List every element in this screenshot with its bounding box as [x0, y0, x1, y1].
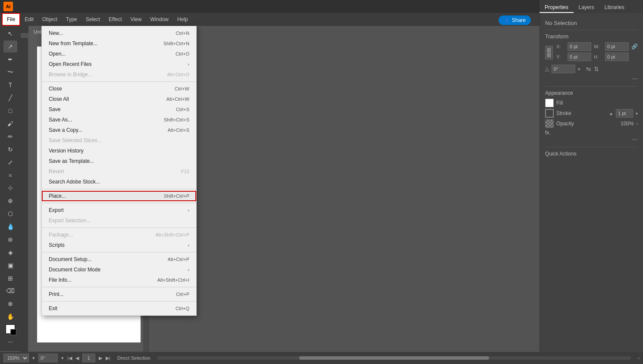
menu-document-color-mode[interactable]: Document Color Mode ›	[42, 264, 196, 275]
angle-input[interactable]	[552, 65, 575, 73]
menu-group-print: Print... Ctrl+P	[42, 287, 196, 302]
artboard-tool[interactable]: ▣	[3, 259, 17, 271]
stroke-dropdown[interactable]: ▾	[636, 111, 638, 116]
more-tools[interactable]: ···	[3, 336, 17, 348]
free-transform-tool[interactable]: ⊹	[3, 182, 17, 194]
menu-scripts[interactable]: Scripts ›	[42, 240, 196, 250]
menu-open-recent-arrow: ›	[188, 62, 189, 67]
menu-edit[interactable]: Edit	[20, 13, 38, 26]
direct-selection-tool[interactable]: ↗	[3, 40, 17, 53]
transform-more[interactable]: ···	[545, 75, 638, 83]
menu-save[interactable]: Save Ctrl+S	[42, 104, 196, 115]
flip-v-icon[interactable]: ⇅	[594, 65, 599, 72]
h-input[interactable]	[605, 53, 629, 61]
scale-tool[interactable]: ⤢	[3, 156, 17, 168]
menu-close[interactable]: Close Ctrl+W	[42, 84, 196, 94]
flip-h-icon[interactable]: ⇆	[586, 65, 591, 72]
menu-select[interactable]: Select	[82, 13, 104, 26]
zoom-dropdown-icon[interactable]: ▾	[32, 355, 35, 361]
rotate-tool[interactable]: ↻	[3, 143, 17, 156]
selection-tool[interactable]: ↖	[3, 28, 17, 40]
zoom-select[interactable]: 150% 100% 200%	[3, 354, 29, 362]
angle-dropdown-icon[interactable]: ▾	[61, 355, 64, 361]
fill-color-box[interactable]	[545, 99, 554, 107]
stroke-color-box[interactable]	[545, 109, 554, 118]
angle-dropdown[interactable]: ▾	[578, 67, 580, 72]
ruler-vertical	[21, 38, 28, 352]
w-input[interactable]	[605, 42, 629, 51]
page-input[interactable]	[82, 354, 95, 362]
line-tool[interactable]: ╱	[3, 92, 17, 104]
tab-libraries[interactable]: Libraries	[599, 3, 630, 13]
warp-tool[interactable]: ≈	[3, 169, 17, 181]
menu-file[interactable]: File	[2, 13, 20, 26]
scroll-thumb-horizontal[interactable]	[299, 356, 489, 360]
menu-save-as-template[interactable]: Save as Template...	[42, 156, 196, 166]
zoom-tool[interactable]: ⊕	[3, 298, 17, 310]
menu-save-as[interactable]: Save As... Shift+Ctrl+S	[42, 115, 196, 125]
menu-view[interactable]: View	[126, 13, 146, 26]
slice-tool[interactable]: ⊞	[3, 272, 17, 284]
eraser-tool[interactable]: ⌫	[3, 285, 17, 297]
paintbrush-tool[interactable]: 🖌	[3, 118, 17, 130]
menu-save-as-shortcut: Shift+Ctrl+S	[164, 117, 189, 122]
menu-new-from-template[interactable]: New from Template... Shift+Ctrl+N	[42, 38, 196, 49]
curvature-tool[interactable]: 〜	[3, 66, 17, 78]
share-button[interactable]: 👤 Share	[499, 16, 531, 25]
perspective-grid-tool[interactable]: ⬡	[3, 208, 17, 220]
menu-file-info[interactable]: File Info... Alt+Shift+Ctrl+I	[42, 275, 196, 285]
menu-print-label: Print...	[49, 291, 64, 297]
rectangle-tool[interactable]: □	[3, 105, 17, 117]
blend-tool[interactable]: ⊛	[3, 233, 17, 246]
hand-tool[interactable]: ✋	[3, 311, 17, 323]
tab-layers[interactable]: Layers	[574, 3, 599, 13]
menu-object[interactable]: Object	[38, 13, 62, 26]
tab-properties[interactable]: Properties	[539, 3, 574, 13]
scroll-right-icon[interactable]: ›	[638, 355, 640, 361]
fx-label: fx.	[545, 130, 551, 136]
scroll-bar-horizontal[interactable]	[157, 356, 631, 360]
next-frame-icon[interactable]: ▶	[99, 355, 102, 361]
symbol-tool[interactable]: ◈	[3, 246, 17, 258]
menu-export-label: Export	[49, 207, 64, 213]
shape-builder-tool[interactable]: ⊕	[3, 195, 17, 207]
menu-place[interactable]: Place... Shift+Ctrl+P	[42, 191, 196, 201]
menu-group-place: Place... Shift+Ctrl+P	[42, 189, 196, 203]
y-input[interactable]	[568, 53, 591, 61]
menu-window[interactable]: Window	[146, 13, 173, 26]
transform-xy-row: X: W: 🔗	[556, 42, 638, 51]
menu-open[interactable]: Open... Ctrl+O	[42, 49, 196, 59]
stroke-up-icon[interactable]: ▲	[609, 111, 613, 116]
opacity-arrow[interactable]: ›	[637, 121, 638, 126]
menu-exit[interactable]: Exit Ctrl+Q	[42, 303, 196, 314]
menu-save-selected-slices: Save Selected Slices...	[42, 135, 196, 146]
properties-panel: No Selection Transform X: W: 🔗 Y: H: △	[539, 13, 643, 364]
fill-stroke-indicator	[6, 324, 15, 335]
menu-document-setup[interactable]: Document Setup... Alt+Ctrl+P	[42, 254, 196, 264]
menu-search-stock[interactable]: Search Adobe Stock...	[42, 177, 196, 187]
angle-input-status[interactable]	[38, 354, 58, 362]
menu-open-recent[interactable]: Open Recent Files ›	[42, 59, 196, 69]
menu-new[interactable]: New... Ctrl+N	[42, 28, 196, 38]
stroke-width-input[interactable]	[616, 109, 633, 118]
pencil-tool[interactable]: ✏	[3, 131, 17, 143]
appearance-more[interactable]: ···	[545, 136, 638, 143]
menu-version-history[interactable]: Version History	[42, 146, 196, 156]
menu-help[interactable]: Help	[173, 13, 192, 26]
menu-type[interactable]: Type	[62, 13, 82, 26]
prev-page-icon[interactable]: |◀	[67, 355, 72, 361]
menu-group-new: New... Ctrl+N New from Template... Shift…	[42, 26, 196, 82]
menu-effect[interactable]: Effect	[104, 13, 126, 26]
menu-print[interactable]: Print... Ctrl+P	[42, 289, 196, 299]
menu-save-copy[interactable]: Save a Copy... Alt+Ctrl+S	[42, 125, 196, 135]
menu-group-package: Package... Alt+Shift+Ctrl+P Scripts ›	[42, 228, 196, 252]
text-tool[interactable]: T	[3, 79, 17, 91]
menu-export[interactable]: Export ›	[42, 205, 196, 215]
eyedropper-tool[interactable]: 💧	[3, 221, 17, 233]
prev-frame-icon[interactable]: ◀	[75, 355, 79, 361]
menu-close-all[interactable]: Close All Alt+Ctrl+W	[42, 94, 196, 104]
pen-tool[interactable]: ✒	[3, 53, 17, 65]
next-page-icon[interactable]: ▶|	[106, 355, 110, 361]
x-input[interactable]	[568, 42, 591, 51]
align-icon[interactable]	[545, 46, 553, 59]
